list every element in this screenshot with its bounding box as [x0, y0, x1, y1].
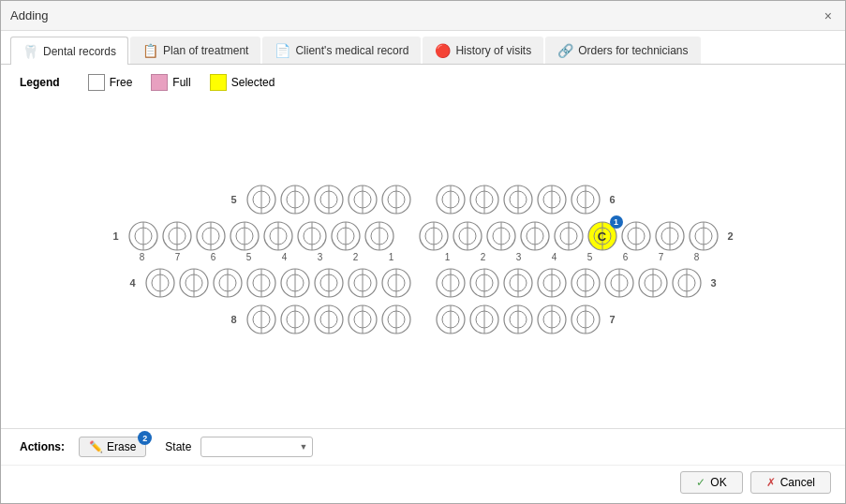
tooth-upper[interactable] [570, 184, 601, 215]
tooth-col [553, 220, 585, 252]
tooth-lower[interactable] [279, 304, 311, 335]
tooth-c-label: C [586, 220, 618, 252]
tooth-lower[interactable] [671, 267, 703, 299]
tab-dental-label: Dental records [43, 45, 116, 58]
tooth-lower[interactable] [603, 267, 635, 299]
erase-button[interactable]: ✏️ Erase 2 [79, 437, 146, 457]
num-3-right: 3 [502, 252, 536, 262]
tooth-lower[interactable] [144, 267, 176, 299]
tooth-upper[interactable] [364, 220, 395, 252]
tooth-upper[interactable] [553, 220, 585, 252]
tab-medical-record[interactable]: 📄 Client's medical record [262, 37, 421, 64]
tooth-upper[interactable] [654, 220, 686, 252]
tooth-upper[interactable] [229, 220, 260, 252]
tooth-lower[interactable] [313, 304, 345, 335]
erase-icon: ✏️ [89, 440, 103, 453]
state-select[interactable]: Option 1 Option 2 [200, 437, 313, 457]
tooth-upper[interactable] [195, 220, 227, 252]
num-7-left: 7 [161, 252, 195, 262]
tooth-col [536, 267, 568, 299]
close-button[interactable]: × [821, 8, 836, 23]
tooth-lower[interactable] [502, 267, 534, 299]
tooth-col [688, 220, 720, 252]
tooth-upper[interactable] [313, 184, 345, 215]
cancel-button[interactable]: ✗ Cancel [750, 471, 831, 494]
tooth-col [262, 220, 294, 252]
tooth-lower[interactable] [347, 304, 378, 335]
upper-numbers-row: 8 7 6 5 4 3 2 1 1 2 3 4 5 6 7 8 [107, 252, 740, 262]
legend-title: Legend [20, 76, 60, 89]
lower-main-row: 4 [124, 267, 723, 299]
tooth-lower[interactable] [245, 304, 277, 335]
tooth-upper[interactable] [502, 184, 534, 215]
tooth-lower[interactable] [212, 267, 244, 299]
legend-full: Full [151, 74, 190, 91]
tooth-lower[interactable] [468, 304, 500, 335]
tooth-upper[interactable] [435, 184, 467, 215]
tooth-upper[interactable] [536, 184, 568, 215]
tooth-col [245, 184, 277, 215]
tooth-lower[interactable] [245, 267, 277, 299]
tooth-col [570, 267, 601, 299]
tooth-upper[interactable] [262, 220, 294, 252]
upper-main-right: 1 C [418, 220, 720, 252]
tab-orders-technicians[interactable]: 🔗 Orders for technicians [545, 37, 700, 64]
tab-plan-label: Plan of treatment [163, 44, 248, 57]
tab-plan-of-treatment[interactable]: 📋 Plan of treatment [130, 37, 260, 64]
dental-icon: 🦷 [22, 44, 38, 59]
tooth-upper[interactable] [279, 184, 311, 215]
tooth-lower[interactable] [570, 304, 601, 335]
history-icon: 🔴 [435, 43, 451, 58]
tooth-upper[interactable] [296, 220, 328, 252]
tooth-col [144, 267, 176, 299]
tooth-lower[interactable] [279, 267, 311, 299]
ok-button[interactable]: ✓ OK [680, 471, 742, 494]
tooth-col [620, 220, 652, 252]
tooth-lower[interactable] [435, 267, 467, 299]
tooth-col [279, 184, 311, 215]
tooth-upper[interactable] [485, 220, 517, 252]
tooth-upper[interactable] [688, 220, 720, 252]
tooth-col [380, 184, 412, 215]
tooth-selected[interactable]: 1 C [586, 220, 618, 252]
tooth-lower[interactable] [536, 267, 568, 299]
tooth-grid: 5 [20, 100, 826, 419]
tooth-lower[interactable] [435, 304, 467, 335]
tooth-lower[interactable] [637, 267, 669, 299]
tooth-col [245, 304, 277, 335]
tooth-lower[interactable] [536, 304, 568, 335]
tooth-upper[interactable] [330, 220, 362, 252]
tooth-upper[interactable] [127, 220, 159, 252]
tooth-col [313, 184, 345, 215]
tooth-lower[interactable] [570, 267, 601, 299]
tooth-upper[interactable] [347, 184, 378, 215]
tooth-upper[interactable] [161, 220, 193, 252]
tooth-col [279, 267, 311, 299]
num-3-left: 3 [304, 252, 337, 262]
medical-icon: 📄 [275, 43, 290, 58]
tooth-upper[interactable] [245, 184, 277, 215]
tooth-upper[interactable] [620, 220, 652, 252]
label-5: 5 [225, 194, 244, 205]
tooth-col [536, 184, 568, 215]
num-8-left: 8 [126, 252, 159, 262]
tooth-col [637, 267, 669, 299]
state-select-wrapper: Option 1 Option 2 [200, 437, 313, 457]
actions-label: Actions: [20, 440, 65, 453]
legend-free-label: Free [110, 76, 133, 89]
tooth-upper[interactable] [418, 220, 450, 252]
tooth-lower[interactable] [347, 267, 378, 299]
tab-dental-records[interactable]: 🦷 Dental records [10, 37, 128, 65]
tooth-lower[interactable] [178, 267, 210, 299]
tooth-upper[interactable] [380, 184, 412, 215]
tooth-upper[interactable] [519, 220, 551, 252]
tooth-lower[interactable] [380, 267, 412, 299]
tab-history-of-visits[interactable]: 🔴 History of visits [423, 37, 543, 64]
tab-orders-label: Orders for technicians [578, 44, 688, 57]
tooth-upper[interactable] [452, 220, 483, 252]
tooth-lower[interactable] [380, 304, 412, 335]
tooth-lower[interactable] [313, 267, 345, 299]
tooth-upper[interactable] [468, 184, 500, 215]
tooth-lower[interactable] [502, 304, 534, 335]
tooth-lower[interactable] [468, 267, 500, 299]
